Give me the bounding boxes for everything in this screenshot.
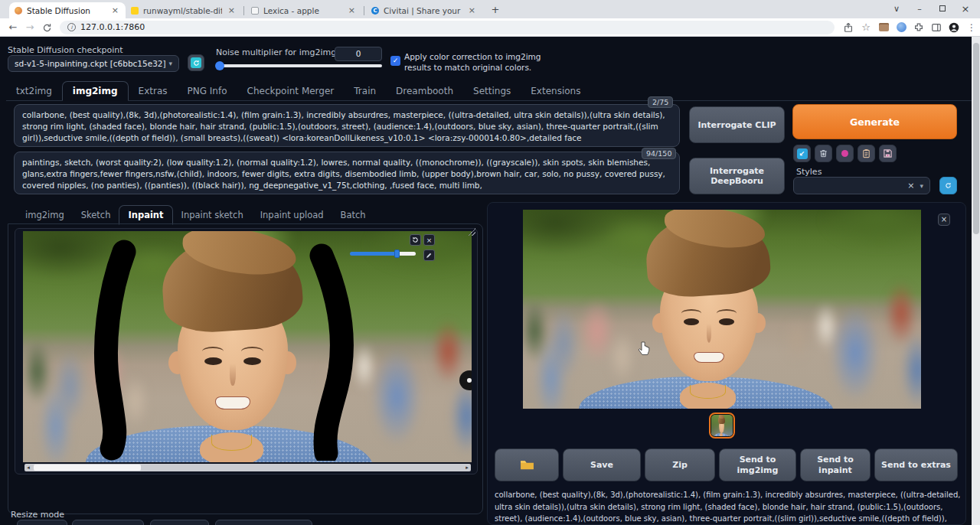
close-tab-icon[interactable]: × <box>110 5 120 15</box>
maximize-icon <box>939 5 946 11</box>
extensions-puzzle-icon[interactable] <box>913 21 925 34</box>
tab-search-icon[interactable]: ∨ <box>885 0 908 18</box>
generate-button[interactable]: Generate <box>792 104 957 139</box>
tab-txt2img[interactable]: txt2img <box>6 82 62 100</box>
color-correction-checkbox[interactable]: ✓ <box>390 56 400 66</box>
noise-multiplier-label: Noise multiplier for img2img <box>216 47 336 57</box>
site-info-icon[interactable]: i <box>67 23 76 31</box>
refresh-styles-button[interactable] <box>939 177 957 194</box>
minimize-button[interactable]: – <box>908 0 931 18</box>
resize-mode-option[interactable] <box>215 520 312 525</box>
prompt-textarea[interactable]: collarbone, (best quality),(8k, 3d),(pho… <box>14 104 680 147</box>
refresh-checkpoint-button[interactable] <box>188 54 204 71</box>
close-tab-icon[interactable]: × <box>467 5 477 15</box>
resize-mode-option[interactable] <box>150 520 209 525</box>
civitai-favicon: C <box>371 7 379 15</box>
tab-png-info[interactable]: PNG Info <box>178 82 237 100</box>
undo-icon[interactable] <box>410 234 421 246</box>
tab-dreambooth[interactable]: Dreambooth <box>386 82 463 100</box>
zip-button[interactable]: Zip <box>645 448 715 481</box>
extension-card-icon[interactable] <box>877 21 890 34</box>
styles-select[interactable]: × ▾ <box>793 177 930 194</box>
reload-icon[interactable] <box>38 21 55 33</box>
brush-pencil-icon[interactable] <box>423 249 435 261</box>
save-style-button[interactable] <box>879 145 897 162</box>
negative-prompt-textarea[interactable]: paintings, sketch, (worst quality:2), (l… <box>14 152 680 194</box>
inpaint-panel: × ◂ ▸ Copy image to: img2img <box>8 223 483 514</box>
extra-networks-icon <box>841 150 848 157</box>
slider-thumb[interactable] <box>394 249 400 258</box>
browser-scrollbar[interactable] <box>972 37 980 525</box>
side-panel-icon[interactable] <box>930 21 942 34</box>
extension-blue-icon[interactable] <box>895 21 907 34</box>
tab-inpaint[interactable]: Inpaint <box>119 205 172 225</box>
slider-thumb[interactable] <box>215 61 224 70</box>
save-button[interactable]: Save <box>563 448 641 481</box>
tab-extensions[interactable]: Extensions <box>521 82 590 100</box>
noise-multiplier-input[interactable]: 0 <box>335 47 382 61</box>
maximize-button[interactable] <box>931 0 954 18</box>
clear-prompt-button[interactable] <box>815 145 832 162</box>
browser-menu-icon[interactable]: ⋮ <box>965 21 978 34</box>
browser-tab-lexica[interactable]: Lexica - apple × <box>246 2 362 18</box>
chevron-down-icon: ▾ <box>920 182 923 190</box>
url-text: 127.0.0.1:7860 <box>80 22 145 32</box>
scrollbar-thumb[interactable] <box>34 465 141 471</box>
result-image[interactable] <box>523 210 921 409</box>
interrogate-clip-button[interactable]: Interrogate CLIP <box>689 106 785 143</box>
checkpoint-select[interactable]: sd-v1-5-inpainting.ckpt [c6bbc15e32] ▾ <box>8 55 179 72</box>
refresh-icon <box>191 57 201 68</box>
new-tab-button[interactable]: + <box>488 3 502 17</box>
send-to-inpaint-button[interactable]: Send to inpaint <box>800 448 871 481</box>
back-icon[interactable]: ← <box>5 21 21 33</box>
output-buttons: Save Zip Send to img2img Send to inpaint… <box>495 448 958 481</box>
open-folder-button[interactable] <box>495 448 559 481</box>
apply-style-button[interactable] <box>858 145 875 162</box>
brush-size-slider[interactable] <box>350 252 416 256</box>
scroll-right-icon[interactable]: ▸ <box>463 464 471 471</box>
prompt-token-counter: 2/75 <box>648 96 673 108</box>
bookmark-star-icon[interactable]: ☆ <box>860 21 872 34</box>
tab-img2img-mode[interactable]: img2img <box>17 206 73 224</box>
tab-inpaint-sketch[interactable]: Inpaint sketch <box>173 206 252 224</box>
tab-sketch[interactable]: Sketch <box>73 206 119 224</box>
interrogate-deepbooru-button[interactable]: Interrogate DeepBooru <box>689 158 785 194</box>
forward-icon[interactable]: → <box>21 21 38 33</box>
noise-multiplier-slider[interactable] <box>216 64 382 67</box>
scroll-left-icon[interactable]: ◂ <box>24 464 32 471</box>
close-gallery-icon[interactable]: × <box>938 214 950 226</box>
tab-img2img[interactable]: img2img <box>62 81 129 101</box>
resize-mode-option[interactable] <box>72 520 144 525</box>
browser-tab-runwayml[interactable]: runwayml/stable-diffusion-inpa × <box>126 2 242 18</box>
resize-mode-option[interactable] <box>17 520 67 525</box>
send-to-extras-button[interactable]: Send to extras <box>874 448 958 481</box>
scrollbar-thumb[interactable] <box>973 43 979 234</box>
result-photo <box>523 210 921 409</box>
clear-image-icon[interactable]: × <box>423 234 435 246</box>
send-to-img2img-button[interactable]: Send to img2img <box>719 448 796 481</box>
close-tab-icon[interactable]: × <box>227 5 237 15</box>
tab-title: Civitai | Share your models <box>384 6 462 15</box>
tab-settings[interactable]: Settings <box>463 82 521 100</box>
tab-inpaint-upload[interactable]: Inpaint upload <box>252 206 332 224</box>
profile-avatar[interactable] <box>948 21 960 34</box>
paste-params-button[interactable]: ↙ <box>793 145 811 162</box>
url-bar[interactable]: i 127.0.0.1:7860 <box>60 21 835 34</box>
browser-tab-civitai[interactable]: C Civitai | Share your models × <box>366 2 482 18</box>
share-icon[interactable] <box>842 21 854 34</box>
close-window-button[interactable]: × <box>954 0 977 18</box>
tab-batch[interactable]: Batch <box>332 206 374 224</box>
clear-styles-icon[interactable]: × <box>907 181 914 191</box>
tab-train[interactable]: Train <box>344 82 386 100</box>
close-tab-icon[interactable]: × <box>347 5 357 15</box>
tab-checkpoint-merger[interactable]: Checkpoint Merger <box>237 82 345 100</box>
canvas-horizontal-scrollbar[interactable]: ◂ ▸ <box>24 464 471 471</box>
gallery-thumbnail-selected[interactable] <box>709 412 735 439</box>
folder-icon <box>520 459 534 471</box>
inpaint-canvas[interactable]: × <box>23 231 472 462</box>
output-panel: × Save Zip Send to img2img Send to inpa <box>487 202 966 525</box>
negative-prompt-token-counter: 94/150 <box>642 148 676 159</box>
extra-networks-button[interactable] <box>836 145 854 162</box>
tab-extras[interactable]: Extras <box>129 82 178 100</box>
browser-tab-stable-diffusion[interactable]: Stable Diffusion × <box>9 2 126 18</box>
